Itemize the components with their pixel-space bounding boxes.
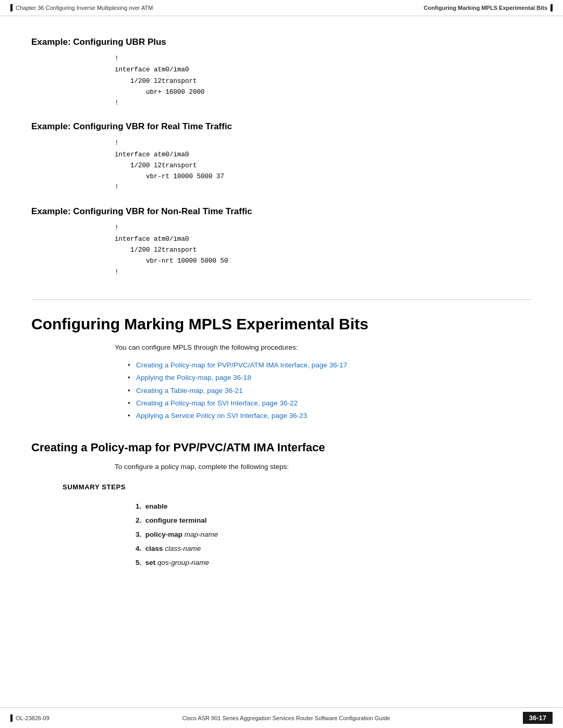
major-section-bullet-list: Creating a Policy-map for PVP/PVC/ATM IM… [128, 359, 532, 422]
step-5-param: qos-group-name [155, 559, 209, 566]
header-left: Chapter 36 Configuring Inverse Multiplex… [10, 4, 153, 11]
step-5-cmd: set [145, 559, 156, 566]
vbr-rt-heading: Example: Configuring VBR for Real Time T… [31, 121, 532, 132]
footer-center-text: Cisco ASR 901 Series Aggregation Service… [50, 715, 523, 721]
step-4-param: class-name [163, 545, 201, 552]
major-section-title: Configuring Marking MPLS Experimental Bi… [31, 299, 532, 333]
header-bar: Chapter 36 Configuring Inverse Multiplex… [0, 0, 563, 16]
header-left-text: Chapter 36 Configuring Inverse Multiplex… [16, 5, 153, 11]
step-1-cmd: enable [145, 502, 168, 510]
footer-bar: OL-23826-09 Cisco ASR 901 Series Aggrega… [0, 707, 563, 728]
content-area: Example: Configuring UBR Plus ! interfac… [0, 16, 563, 601]
step-5: 5. set qos-group-name [136, 556, 532, 570]
bullet-item-2: Creating a Table-map, page 36-21 [128, 385, 532, 397]
footer-left-text: OL-23826-09 [16, 715, 50, 721]
bullet-item-0: Creating a Policy-map for PVP/PVC/ATM IM… [128, 359, 532, 372]
header-right: Configuring Marking MPLS Experimental Bi… [424, 4, 553, 11]
page: Chapter 36 Configuring Inverse Multiplex… [0, 0, 563, 728]
header-right-bar-icon [550, 4, 553, 11]
ubr-plus-code: ! interface atm0/ima0 1/200 l2transport … [115, 54, 532, 109]
vbr-nrt-heading: Example: Configuring VBR for Non-Real Ti… [31, 206, 532, 217]
step-2-cmd: configure terminal [145, 516, 207, 524]
header-bar-icon [10, 4, 13, 11]
bullet-item-1: Applying the Policy-map, page 36-18 [128, 372, 532, 384]
vbr-rt-section: Example: Configuring VBR for Real Time T… [31, 121, 532, 193]
vbr-nrt-code: ! interface atm0/ima0 1/200 l2transport … [115, 223, 532, 278]
step-2-num: 2. [136, 516, 141, 524]
footer-left: OL-23826-09 [10, 714, 50, 722]
bullet-link-0[interactable]: Creating a Policy-map for PVP/PVC/ATM IM… [136, 361, 347, 369]
bullet-item-4: Applying a Service Policy on SVI Interfa… [128, 410, 532, 422]
step-3-num: 3. [136, 530, 141, 538]
bullet-item-3: Creating a Policy-map for SVI Interface,… [128, 397, 532, 410]
step-4-cmd: class [145, 545, 163, 552]
numbered-steps-list: 1. enable 2. configure terminal 3. polic… [136, 499, 532, 570]
step-3-cmd: policy-map [145, 530, 182, 538]
step-2: 2. configure terminal [136, 513, 532, 527]
summary-steps-label: SUMMARY STEPS [63, 483, 532, 491]
footer-page-number: 36-17 [523, 712, 553, 724]
step-1-num: 1. [136, 502, 141, 510]
vbr-nrt-section: Example: Configuring VBR for Non-Real Ti… [31, 206, 532, 278]
bullet-link-3[interactable]: Creating a Policy-map for SVI Interface,… [136, 399, 298, 407]
footer-bar-icon [10, 714, 13, 722]
bullet-link-2[interactable]: Creating a Table-map, page 36-21 [136, 387, 243, 394]
header-right-text: Configuring Marking MPLS Experimental Bi… [424, 5, 547, 11]
step-5-num: 5. [136, 559, 141, 566]
ubr-plus-section: Example: Configuring UBR Plus ! interfac… [31, 37, 532, 109]
sub-section-title: Creating a Policy-map for PVP/PVC/ATM IM… [31, 441, 532, 454]
step-4: 4. class class-name [136, 541, 532, 556]
sub-section-intro: To configure a policy map, complete the … [115, 462, 532, 472]
bullet-link-1[interactable]: Applying the Policy-map, page 36-18 [136, 374, 251, 381]
step-4-num: 4. [136, 545, 141, 552]
vbr-rt-code: ! interface atm0/ima0 1/200 l2transport … [115, 138, 532, 193]
bullet-link-4[interactable]: Applying a Service Policy on SVI Interfa… [136, 412, 307, 419]
major-section-intro: You can configure MPLS through the follo… [115, 342, 532, 353]
step-3-param: map-name [182, 530, 218, 538]
ubr-plus-heading: Example: Configuring UBR Plus [31, 37, 532, 47]
step-3: 3. policy-map map-name [136, 527, 532, 541]
step-1: 1. enable [136, 499, 532, 513]
